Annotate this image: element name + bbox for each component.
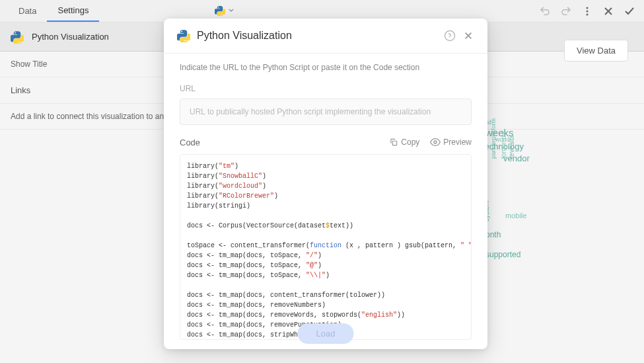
modal-title: Python Visualization bbox=[197, 30, 437, 42]
preview-label: Preview bbox=[443, 138, 472, 147]
load-button[interactable]: Load bbox=[298, 323, 354, 344]
redo-button[interactable] bbox=[559, 5, 573, 18]
tab-data[interactable]: Data bbox=[8, 0, 47, 22]
url-label: URL bbox=[180, 84, 472, 93]
code-label: Code bbox=[180, 138, 378, 147]
help-button[interactable] bbox=[444, 30, 456, 42]
wordcloud-word: partnerplatform bbox=[490, 118, 497, 159]
wordcloud-word: supported bbox=[485, 250, 520, 259]
python-icon bbox=[215, 5, 225, 16]
svg-point-0 bbox=[587, 7, 589, 9]
wordcloud-word: mobile bbox=[505, 212, 526, 220]
tab-settings[interactable]: Settings bbox=[47, 0, 99, 22]
view-data-button[interactable]: View Data bbox=[564, 40, 628, 61]
python-icon bbox=[177, 29, 190, 42]
python-dropdown[interactable] bbox=[215, 5, 234, 16]
more-button[interactable] bbox=[581, 5, 594, 18]
python-icon bbox=[11, 30, 24, 44]
python-viz-modal: Python Visualization Indicate the URL to… bbox=[164, 19, 487, 349]
copy-button[interactable]: Copy bbox=[389, 138, 419, 147]
wordcloud-word: revealbi bbox=[508, 136, 515, 159]
copy-label: Copy bbox=[401, 138, 419, 147]
confirm-button[interactable] bbox=[623, 5, 636, 18]
modal-subtitle: Indicate the URL to the Python Script or… bbox=[180, 63, 472, 72]
svg-point-1 bbox=[587, 11, 589, 13]
svg-point-5 bbox=[434, 141, 437, 143]
wordcloud-word: tomorrow bbox=[500, 131, 507, 159]
svg-rect-4 bbox=[393, 141, 397, 145]
chevron-down-icon bbox=[228, 7, 234, 14]
undo-button[interactable] bbox=[538, 5, 552, 18]
top-toolbar bbox=[538, 0, 636, 22]
viz-title: Python Visualization bbox=[32, 32, 109, 42]
code-editor[interactable]: library("tm") library("SnowballC") libra… bbox=[180, 154, 472, 340]
copy-icon bbox=[389, 138, 398, 147]
svg-point-2 bbox=[587, 14, 589, 16]
preview-button[interactable]: Preview bbox=[430, 137, 472, 147]
url-input[interactable] bbox=[180, 99, 472, 125]
eye-icon bbox=[430, 137, 441, 147]
close-button[interactable] bbox=[602, 5, 615, 18]
modal-header: Python Visualization bbox=[164, 19, 487, 54]
modal-close-button[interactable] bbox=[462, 30, 474, 42]
